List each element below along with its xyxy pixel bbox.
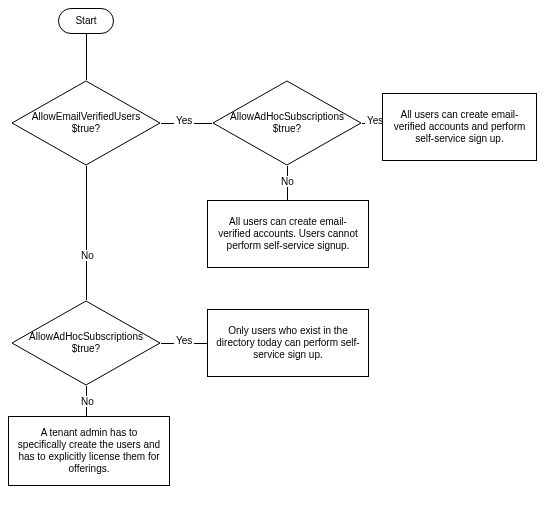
- outcome-text: A tenant admin has to specifically creat…: [17, 427, 161, 475]
- edge-label-yes: Yes: [174, 335, 194, 346]
- outcome-all-create-and-signup: All users can create email-verified acco…: [382, 93, 537, 161]
- outcome-text: All users can create email-verified acco…: [216, 216, 360, 252]
- decision-text-line: AllowAdHocSubscriptions: [230, 111, 344, 123]
- edge-label-yes: Yes: [174, 115, 194, 126]
- decision-text-line: $true?: [32, 123, 140, 135]
- decision-allow-email-verified: AllowEmailVerifiedUsers $true?: [11, 80, 161, 166]
- flowchart-canvas: Start AllowEmailVerifiedUsers $true? Yes…: [0, 0, 545, 505]
- edge-label-no: No: [79, 396, 96, 407]
- outcome-only-existing-signup: Only users who exist in the directory to…: [207, 309, 369, 377]
- outcome-text: All users can create email-verified acco…: [391, 109, 528, 145]
- start-label: Start: [75, 15, 96, 27]
- decision-text-line: AllowEmailVerifiedUsers: [32, 111, 140, 123]
- connector: [86, 34, 87, 80]
- decision-text-line: $true?: [29, 343, 143, 355]
- outcome-create-no-signup: All users can create email-verified acco…: [207, 200, 369, 268]
- start-node: Start: [58, 8, 114, 34]
- connector: [86, 166, 87, 300]
- decision-text-line: AllowAdHocSubscriptions: [29, 331, 143, 343]
- decision-allow-adhoc-bottom: AllowAdHocSubscriptions $true?: [11, 300, 161, 386]
- outcome-admin-must-create: A tenant admin has to specifically creat…: [8, 416, 170, 486]
- edge-label-no: No: [279, 176, 296, 187]
- edge-label-no: No: [79, 250, 96, 261]
- decision-allow-adhoc-top: AllowAdHocSubscriptions $true?: [212, 80, 362, 166]
- decision-text-line: $true?: [230, 123, 344, 135]
- outcome-text: Only users who exist in the directory to…: [216, 325, 360, 361]
